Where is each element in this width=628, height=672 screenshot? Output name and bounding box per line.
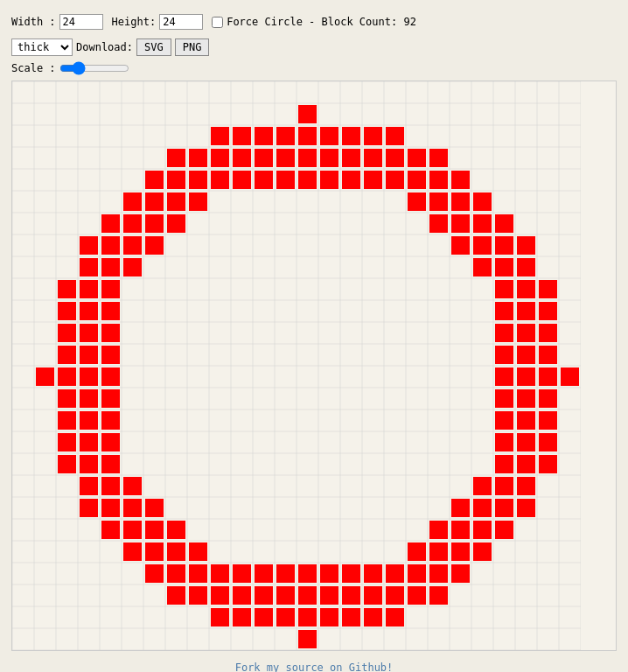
height-input[interactable] — [159, 14, 203, 30]
app-container: Width : Height: Force Circle - Block Cou… — [8, 9, 620, 672]
force-circle-checkbox[interactable] — [212, 17, 223, 28]
height-group: Height: — [112, 14, 204, 30]
scale-row: Scale : — [8, 61, 620, 80]
width-label: Width : — [11, 16, 56, 28]
footer: Fork my source on Github! — [8, 662, 620, 672]
png-button[interactable]: PNG — [175, 38, 210, 56]
svg-button[interactable]: SVG — [136, 38, 171, 56]
grid-container — [11, 80, 617, 651]
force-circle-label: Force Circle - Block Count: 92 — [227, 16, 416, 28]
style-select[interactable]: thick thin filled — [11, 38, 73, 56]
scale-slider[interactable] — [59, 61, 129, 75]
height-label: Height: — [112, 16, 157, 28]
scale-label: Scale : — [11, 62, 56, 74]
scale-group: Scale : — [11, 61, 129, 75]
download-label: Download: — [76, 41, 133, 53]
controls-bar: Width : Height: Force Circle - Block Cou… — [8, 9, 620, 61]
force-circle-group: Force Circle - Block Count: 92 — [212, 16, 416, 28]
width-group: Width : — [11, 14, 103, 30]
pixel-canvas — [12, 81, 581, 650]
github-link[interactable]: Fork my source on Github! — [235, 662, 394, 672]
download-group: thick thin filled Download: SVG PNG — [11, 38, 209, 56]
width-input[interactable] — [59, 14, 103, 30]
